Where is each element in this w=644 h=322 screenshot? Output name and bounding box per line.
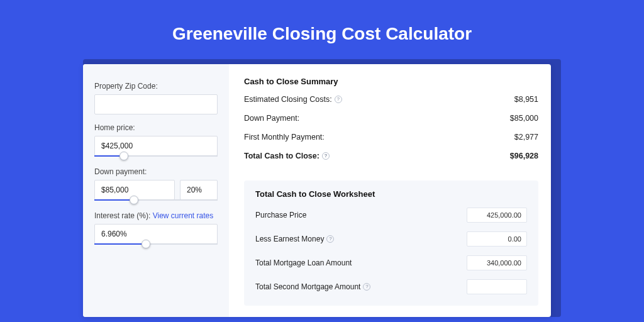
summary-total-label: Total Cash to Close: bbox=[244, 152, 319, 160]
interest-rate-input[interactable] bbox=[94, 224, 218, 244]
summary-title: Cash to Close Summary bbox=[244, 77, 538, 86]
sidebar: Property Zip Code: Home price: Down paym… bbox=[83, 64, 229, 317]
help-icon[interactable]: ? bbox=[326, 235, 334, 243]
field-down-payment: Down payment: bbox=[94, 167, 218, 200]
field-zip: Property Zip Code: bbox=[94, 82, 218, 114]
worksheet-row-label: Total Second Mortgage Amount bbox=[255, 282, 360, 291]
slider-thumb[interactable] bbox=[142, 240, 150, 248]
worksheet-row-label: Total Mortgage Loan Amount bbox=[255, 258, 352, 267]
summary-row-value: $85,000 bbox=[510, 114, 538, 123]
calculator-shadow: Property Zip Code: Home price: Down paym… bbox=[83, 59, 561, 317]
summary-row-closing-costs: Estimated Closing Costs: ? $8,951 bbox=[244, 95, 538, 104]
slider-thumb[interactable] bbox=[130, 196, 138, 204]
field-home-price: Home price: bbox=[94, 123, 218, 156]
worksheet-row-value[interactable]: 340,000.00 bbox=[467, 255, 527, 270]
slider-fill bbox=[94, 199, 134, 201]
summary-row-down-payment: Down Payment: $85,000 bbox=[244, 114, 538, 123]
worksheet-row-value[interactable]: 0.00 bbox=[467, 231, 527, 247]
worksheet-section: Total Cash to Close Worksheet Purchase P… bbox=[244, 180, 538, 306]
page-title: Greeneville Closing Cost Calculator bbox=[0, 0, 644, 59]
interest-rate-label-text: Interest rate (%): bbox=[94, 211, 150, 220]
calculator-card: Property Zip Code: Home price: Down paym… bbox=[83, 64, 551, 317]
field-interest-rate: Interest rate (%): View current rates bbox=[94, 211, 218, 244]
down-payment-label: Down payment: bbox=[94, 167, 218, 176]
summary-row-value: $8,951 bbox=[514, 95, 538, 104]
help-icon[interactable]: ? bbox=[363, 283, 370, 291]
slider-fill bbox=[94, 243, 146, 245]
zip-input[interactable] bbox=[94, 94, 218, 114]
worksheet-row-label: Purchase Price bbox=[255, 211, 306, 219]
worksheet-row-mortgage-amount: Total Mortgage Loan Amount 340,000.00 bbox=[255, 255, 527, 270]
worksheet-row-label: Less Earnest Money bbox=[255, 235, 324, 243]
interest-rate-label: Interest rate (%): View current rates bbox=[94, 211, 218, 220]
summary-row-value: $2,977 bbox=[514, 133, 538, 142]
help-icon[interactable]: ? bbox=[335, 96, 342, 103]
worksheet-row-value[interactable] bbox=[467, 279, 527, 294]
home-price-input[interactable] bbox=[94, 136, 218, 156]
slider-thumb[interactable] bbox=[119, 152, 128, 160]
summary-section: Cash to Close Summary Estimated Closing … bbox=[244, 77, 538, 170]
worksheet-row-purchase-price: Purchase Price 425,000.00 bbox=[255, 208, 527, 223]
summary-row-first-payment: First Monthly Payment: $2,977 bbox=[244, 133, 538, 142]
worksheet-row-earnest-money: Less Earnest Money ? 0.00 bbox=[255, 231, 527, 247]
help-icon[interactable]: ? bbox=[322, 152, 330, 160]
worksheet-row-second-mortgage: Total Second Mortgage Amount ? bbox=[255, 279, 527, 294]
main-panel: Cash to Close Summary Estimated Closing … bbox=[229, 64, 551, 317]
zip-label: Property Zip Code: bbox=[94, 82, 218, 91]
worksheet-title: Total Cash to Close Worksheet bbox=[255, 189, 527, 199]
summary-row-label: Estimated Closing Costs: bbox=[244, 95, 332, 104]
worksheet-row-value[interactable]: 425,000.00 bbox=[467, 208, 527, 223]
home-price-label: Home price: bbox=[94, 123, 218, 132]
summary-row-total: Total Cash to Close: ? $96,928 bbox=[244, 152, 538, 160]
view-rates-link[interactable]: View current rates bbox=[153, 211, 214, 220]
down-payment-pct-input[interactable] bbox=[180, 180, 218, 200]
summary-total-value: $96,928 bbox=[510, 152, 538, 160]
summary-row-label: Down Payment: bbox=[244, 114, 299, 123]
summary-row-label: First Monthly Payment: bbox=[244, 133, 325, 142]
